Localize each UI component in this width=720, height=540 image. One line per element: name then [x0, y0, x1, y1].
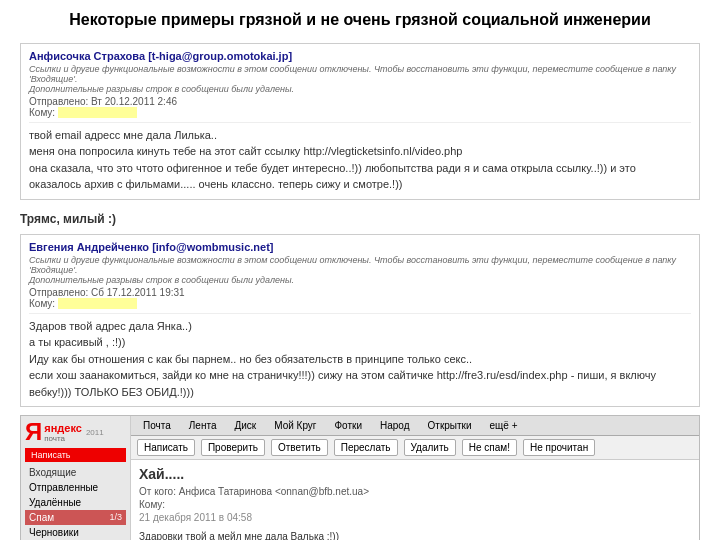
- toolbar-delete[interactable]: Удалить: [404, 439, 456, 456]
- content-area: Анфисочка Страхова [t-higa@group.omotoka…: [20, 43, 700, 540]
- email-header-2: Евгения Андрейченко [info@wombmusic.net]…: [29, 241, 691, 314]
- tab-photos[interactable]: Фотки: [327, 418, 371, 433]
- email-body-1: твой email адресс мне дала Лилька.. меня…: [29, 127, 691, 193]
- tab-more[interactable]: ещё +: [482, 418, 526, 433]
- toolbar-mark-unread[interactable]: Не прочитан: [523, 439, 595, 456]
- slide-container: Некоторые примеры грязной и не очень гря…: [0, 0, 720, 540]
- email-to: Кому:: [139, 499, 691, 510]
- nav-sent[interactable]: Отправленные: [25, 480, 126, 495]
- yandex-sidebar: Я яндекс почта 2011 Написать Входящие От…: [21, 416, 131, 540]
- nav-deleted[interactable]: Удалённые: [25, 495, 126, 510]
- tab-kroog[interactable]: Мой Круг: [266, 418, 324, 433]
- email-to-2: Кому:: [29, 298, 691, 309]
- email-from-1: Анфисочка Страхова [t-higa@group.omotoka…: [29, 50, 691, 62]
- email-meta-1: Отправлено: Вт 20.12.2011 2:46: [29, 96, 691, 107]
- tab-feed[interactable]: Лента: [181, 418, 225, 433]
- section2-label: Трямс, милый :): [20, 212, 700, 226]
- tab-mail[interactable]: Почта: [135, 418, 179, 433]
- email-warning-2: Ссылки и другие функциональные возможнос…: [29, 255, 691, 285]
- toolbar-not-spam[interactable]: Не спам!: [462, 439, 517, 456]
- yandex-year: 2011: [86, 428, 104, 437]
- yandex-email-view: Хай..... От кого: Анфиса Татаринова <onn…: [131, 460, 699, 540]
- nav-spam[interactable]: Спам 1/3: [25, 510, 126, 525]
- yandex-mail-screenshot: Я яндекс почта 2011 Написать Входящие От…: [20, 415, 700, 540]
- spam-count: 1/3: [109, 512, 122, 523]
- email-header-1: Анфисочка Страхова [t-higa@group.omotoka…: [29, 50, 691, 123]
- yandex-brand: яндекс: [44, 422, 82, 434]
- email-subject: Хай.....: [139, 466, 691, 482]
- email-sender: От кого: Анфиса Татаринова <onnan@bfb.ne…: [139, 486, 691, 497]
- email-block-2: Евгения Андрейченко [info@wombmusic.net]…: [20, 234, 700, 408]
- yandex-mail-label: почта: [44, 434, 82, 443]
- email-warning-1: Ссылки и другие функциональные возможнос…: [29, 64, 691, 94]
- toolbar-write[interactable]: Написать: [137, 439, 195, 456]
- slide-title: Некоторые примеры грязной и не очень гря…: [20, 10, 700, 31]
- tab-cards[interactable]: Открытки: [420, 418, 480, 433]
- toolbar-check[interactable]: Проверить: [201, 439, 265, 456]
- email-block-1: Анфисочка Страхова [t-higa@group.omotoka…: [20, 43, 700, 200]
- tab-narod[interactable]: Народ: [372, 418, 418, 433]
- toolbar-forward[interactable]: Переслать: [334, 439, 398, 456]
- compose-button[interactable]: Написать: [25, 448, 126, 462]
- email-meta-2: Отправлено: Сб 17.12.2011 19:31: [29, 287, 691, 298]
- nav-drafts[interactable]: Черновики: [25, 525, 126, 540]
- email-to-1: Кому:: [29, 107, 691, 118]
- yandex-toolbar: Написать Проверить Ответить Переслать Уд…: [131, 436, 699, 460]
- email-from-2: Евгения Андрейченко [info@wombmusic.net]: [29, 241, 691, 253]
- yandex-email-body: Здаровки твой а мейл мне дала Валька :!)…: [139, 529, 691, 540]
- yandex-logo: Я: [25, 420, 42, 444]
- email-body-2: Здаров твой адрес дала Янка..) а ты крас…: [29, 318, 691, 401]
- nav-inbox[interactable]: Входящие: [25, 465, 126, 480]
- email-date: 21 декабря 2011 в 04:58: [139, 512, 691, 523]
- yandex-nav-tabs: Почта Лента Диск Мой Круг Фотки Народ От…: [131, 416, 699, 436]
- tab-disk[interactable]: Диск: [226, 418, 264, 433]
- yandex-main: Почта Лента Диск Мой Круг Фотки Народ От…: [131, 416, 699, 540]
- toolbar-reply[interactable]: Ответить: [271, 439, 328, 456]
